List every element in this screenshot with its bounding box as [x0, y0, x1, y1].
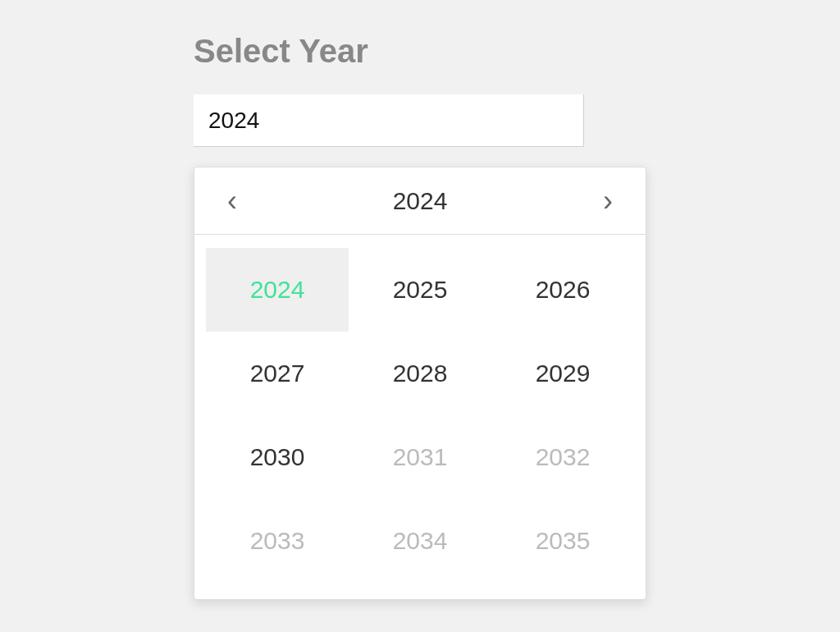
next-button[interactable]: ›: [593, 180, 623, 222]
chevron-left-icon: ‹: [227, 184, 237, 218]
year-cell-2024[interactable]: 2024: [206, 248, 349, 332]
year-cell-2030[interactable]: 2030: [206, 415, 349, 499]
year-cell-2029[interactable]: 2029: [491, 332, 634, 415]
year-grid: 2024 2025 2026 2027 2028 2029 2030 2031 …: [194, 235, 646, 599]
header-year[interactable]: 2024: [393, 187, 448, 215]
page-container: Select Year ‹ 2024 › 2024 2025 2026 2027…: [0, 0, 840, 600]
year-cell-2032: 2032: [491, 415, 634, 499]
year-cell-2025[interactable]: 2025: [349, 248, 491, 332]
year-cell-2031: 2031: [349, 415, 491, 499]
year-cell-2026[interactable]: 2026: [491, 248, 634, 332]
year-cell-2034: 2034: [349, 499, 491, 583]
chevron-right-icon: ›: [603, 184, 613, 218]
year-picker: ‹ 2024 › 2024 2025 2026 2027 2028 2029 2…: [194, 167, 646, 600]
page-title: Select Year: [194, 33, 840, 70]
year-input[interactable]: [194, 94, 584, 147]
year-cell-2033: 2033: [206, 499, 349, 583]
year-cell-2035: 2035: [491, 499, 634, 583]
prev-button[interactable]: ‹: [217, 180, 247, 222]
year-cell-2027[interactable]: 2027: [206, 332, 349, 415]
year-cell-2028[interactable]: 2028: [349, 332, 491, 415]
picker-header: ‹ 2024 ›: [194, 167, 646, 235]
